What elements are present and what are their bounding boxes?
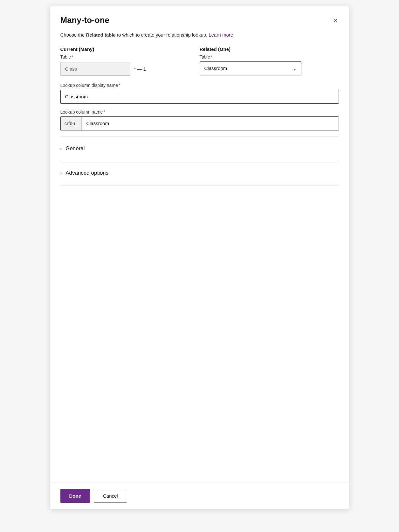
lookup-display-name-field: Lookup column display name* <box>60 83 339 104</box>
subtitle-bold: Related table <box>86 32 115 38</box>
lookup-column-name-field: Lookup column name* crfb6_ <box>60 109 339 130</box>
current-column-heading: Current (Many) <box>60 46 200 52</box>
current-table-value: Class <box>60 62 130 76</box>
general-section-label: General <box>65 145 85 152</box>
advanced-options-label: Advanced options <box>65 170 108 176</box>
dialog: Many-to-one × Choose the Related table t… <box>50 6 349 509</box>
related-table-value: Classroom <box>204 66 227 71</box>
related-table-label: Table* <box>200 54 339 60</box>
related-column-heading: Related (One) <box>200 46 339 52</box>
general-section-toggle[interactable]: › General <box>60 139 339 158</box>
general-chevron-icon: › <box>60 146 62 151</box>
lookup-column-name-label: Lookup column name* <box>60 109 339 115</box>
lookup-display-name-input[interactable] <box>60 90 339 104</box>
cancel-button[interactable]: Cancel <box>94 489 127 503</box>
divider-1 <box>60 136 339 136</box>
lookup-column-name-input[interactable] <box>82 117 338 130</box>
divider-3 <box>60 185 339 186</box>
close-button[interactable]: × <box>333 16 339 25</box>
lookup-column-prefix: crfb6_ <box>61 117 82 130</box>
dialog-header: Many-to-one × <box>50 6 349 32</box>
divider-2 <box>60 161 339 161</box>
columns-row: Current (Many) Table* Class * — 1 placeh… <box>60 46 339 76</box>
lookup-display-required-star: * <box>119 83 120 88</box>
dialog-footer: Done Cancel <box>50 482 349 509</box>
current-table-label: Table* <box>60 54 200 60</box>
relation-row: Class * — 1 placeholder Table * <box>60 61 200 76</box>
lookup-display-name-label: Lookup column display name* <box>60 83 339 88</box>
related-column: Related (One) Table* Classroom ⌄ <box>200 46 339 75</box>
chevron-down-icon: ⌄ <box>293 66 297 71</box>
subtitle-end: to which to create your relationship loo… <box>116 32 208 38</box>
dialog-body: Current (Many) Table* Class * — 1 placeh… <box>50 46 349 335</box>
related-table-required-star: * <box>211 54 212 60</box>
dialog-title: Many-to-one <box>60 15 110 25</box>
advanced-chevron-icon: › <box>60 171 62 176</box>
related-table-dropdown[interactable]: Classroom ⌄ <box>200 61 301 75</box>
relation-symbols: * — 1 <box>130 66 150 72</box>
current-table-required-star: * <box>72 54 73 60</box>
subtitle-start: Choose the <box>60 32 86 38</box>
advanced-options-section-toggle[interactable]: › Advanced options <box>60 164 339 183</box>
current-column: Current (Many) Table* Class * — 1 placeh… <box>60 46 200 76</box>
done-button[interactable]: Done <box>60 489 90 503</box>
lookup-column-required-star: * <box>103 109 105 115</box>
dialog-subtitle: Choose the Related table to which to cre… <box>50 32 349 46</box>
lookup-column-name-container: crfb6_ <box>60 116 339 130</box>
learn-more-link[interactable]: Learn more <box>209 32 233 38</box>
